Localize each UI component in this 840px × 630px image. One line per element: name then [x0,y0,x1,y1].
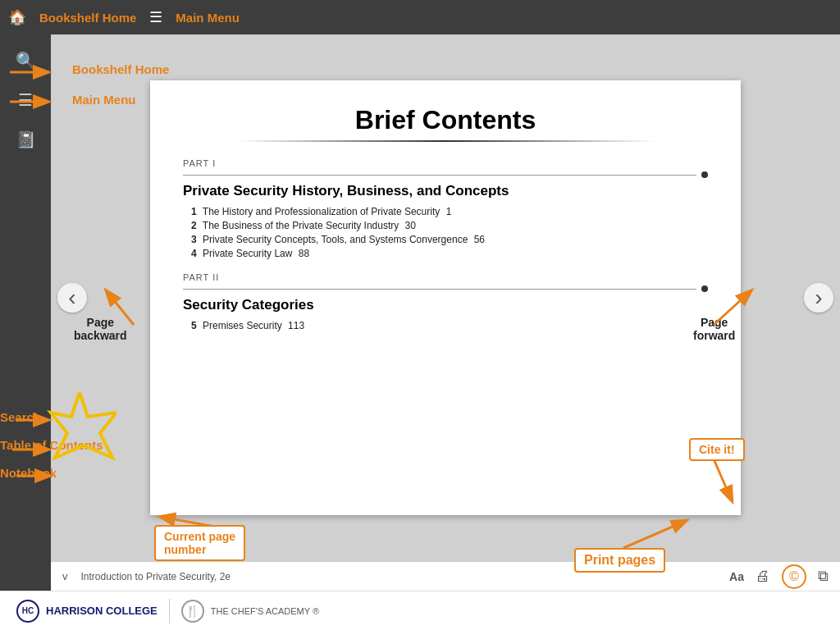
part2-line [183,285,708,292]
toolbar-right: Aa 🖨 © ⧉ [729,564,829,589]
page-area: ‹ Brief Contents PART I Private Security… [51,34,840,561]
page-forward-button[interactable]: › [804,283,833,313]
part1-line-bar [183,175,696,176]
part2-dot [701,285,708,292]
book-viewer: ‹ Brief Contents PART I Private Security… [51,34,840,591]
content-area: 🔍 ☰ 📓 ‹ Brief Contents PART I [0,34,840,591]
chef-circle-icon: 🍴 [181,600,204,623]
book-title-label: Introduction to Private Security, 2e [81,571,724,582]
part1-chapter-list: 1 The History and Professionalization of… [183,206,708,259]
list-item: 1 The History and Professionalization of… [191,206,708,217]
main-container: 🏠 Bookshelf Home ☰ Main Menu 🔍 ☰ 📓 ‹ [0,0,840,630]
part1-line [183,171,708,178]
search-icon: 🔍 [16,51,36,71]
notebook-icon: 📓 [16,130,36,149]
footer-divider [169,599,170,623]
list-item: 4 Private Security Law 88 [191,248,708,259]
main-menu-label[interactable]: Main Menu [176,11,240,25]
top-bar: 🏠 Bookshelf Home ☰ Main Menu [0,0,840,34]
book-content-title: Brief Contents [183,105,708,135]
part1-dot [701,171,708,178]
harrison-label: HARRISON COLLEGE [46,605,158,617]
home-icon[interactable]: 🏠 [8,8,26,26]
chef-label: THE CHEF'S ACADEMY ® [211,606,319,616]
part2-label: PART II [183,272,708,282]
copy-icon[interactable]: ⧉ [818,568,829,585]
sidebar-item-toc[interactable]: ☰ [0,82,51,118]
part1-title: Private Security History, Business, and … [183,183,708,199]
menu-icon[interactable]: ☰ [149,8,162,26]
font-size-button[interactable]: Aa [729,570,744,583]
sidebar-item-notebook[interactable]: 📓 [0,121,51,158]
part2-title: Security Categories [183,297,708,313]
toc-icon: ☰ [18,90,33,110]
list-item: 5 Premises Security 113 [191,320,708,331]
bookshelf-home-label[interactable]: Bookshelf Home [39,11,136,25]
part1-label: PART I [183,158,708,168]
page-number: v [62,570,68,582]
chef-academy-logo: 🍴 THE CHEF'S ACADEMY ® [181,600,319,623]
cite-icon[interactable]: © [782,564,806,589]
list-item: 2 The Business of the Private Security I… [191,220,708,231]
bottom-toolbar: v Introduction to Private Security, 2e A… [51,561,840,591]
page-backward-button[interactable]: ‹ [57,283,87,313]
print-icon[interactable]: 🖨 [756,568,770,585]
harrison-circle-icon: HC [16,600,39,623]
book-page: Brief Contents PART I Private Security H… [150,80,741,515]
list-item: 3 Private Security Concepts, Tools, and … [191,234,708,245]
footer: HC HARRISON COLLEGE 🍴 THE CHEF'S ACADEMY… [0,591,840,630]
title-underline [235,140,655,142]
part2-chapter-list: 5 Premises Security 113 [183,320,708,331]
harrison-college-logo: HC HARRISON COLLEGE [16,600,158,623]
sidebar: 🔍 ☰ 📓 [0,34,51,591]
part2-line-bar [183,289,696,290]
sidebar-item-search[interactable]: 🔍 [0,43,51,79]
